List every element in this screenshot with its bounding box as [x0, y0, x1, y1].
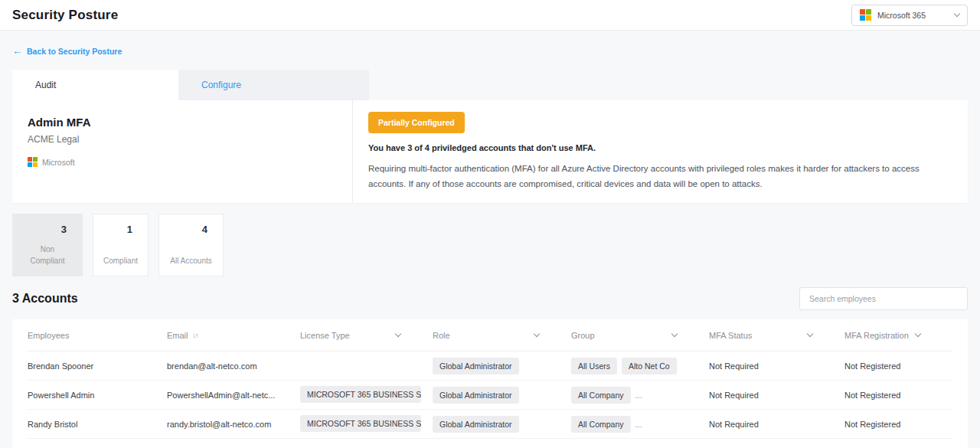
- chevron-down-icon[interactable]: [915, 331, 921, 337]
- mfa-status: Not Required: [709, 420, 844, 429]
- col-label: Email: [167, 331, 188, 340]
- mfa-registration: Not Registered: [844, 361, 952, 371]
- main-content: ← Back to Security Posture Audit Configu…: [0, 31, 980, 448]
- table-header-row: Employees Email ↓↑ License Type Role Gro…: [28, 319, 952, 352]
- stat-value: 3: [13, 224, 82, 235]
- group-pill: All Users: [571, 358, 617, 374]
- employee-name: Randy Bristol: [28, 420, 167, 429]
- role-cell: Global Administrator: [433, 358, 571, 374]
- chevron-down-icon[interactable]: [395, 331, 401, 337]
- search-input[interactable]: [799, 287, 968, 310]
- tab-configure[interactable]: Configure: [178, 70, 369, 100]
- vendor-row: Microsoft: [28, 157, 337, 167]
- stat-value: 4: [159, 224, 223, 235]
- role-cell: Global Administrator: [433, 416, 571, 433]
- chevron-down-icon[interactable]: [671, 331, 678, 337]
- microsoft-logo-icon: [28, 157, 38, 167]
- chevron-down-icon[interactable]: [534, 331, 540, 337]
- stat-card-compliant[interactable]: 1 Compliant: [93, 214, 149, 276]
- audit-description: Requiring multi-factor authentication (M…: [368, 162, 952, 191]
- back-link[interactable]: ← Back to Security Posture: [12, 46, 122, 56]
- mfa-registration: Not Registered: [844, 391, 952, 400]
- accounts-header: 3 Accounts: [12, 287, 968, 310]
- group-cell: All Company ...: [571, 416, 709, 433]
- group-overflow: ...: [635, 420, 642, 429]
- col-mfa-registration: MFA Registration: [844, 331, 952, 340]
- group-pill: Alto Net Co: [622, 358, 677, 374]
- license-pill: MICROSOFT 365 BUSINESS STANDARD: [300, 386, 421, 403]
- table-row[interactable]: Brendan Spooner brendan@alt-netco.com Gl…: [28, 352, 952, 381]
- col-label: License Type: [300, 331, 350, 340]
- stat-cards: 3 Non Compliant 1 Compliant 4 All Accoun…: [12, 214, 968, 276]
- col-employees: Employees: [28, 331, 167, 340]
- employee-email: PowershellAdmin@alt-netc...: [167, 391, 300, 400]
- back-arrow-icon: ←: [12, 46, 22, 56]
- audit-detail-card: Admin MFA ACME Legal Microsoft Partially…: [12, 100, 968, 203]
- role-pill: Global Administrator: [433, 387, 519, 404]
- mfa-status: Not Required: [709, 391, 844, 400]
- license-cell: MICROSOFT 365 BUSINESS STANDARD: [300, 415, 433, 433]
- tab-audit[interactable]: Audit: [12, 70, 178, 100]
- chevron-down-icon[interactable]: [807, 331, 813, 337]
- accounts-title: 3 Accounts: [12, 292, 78, 306]
- page-title: Security Posture: [12, 8, 118, 23]
- table-row[interactable]: Randy Bristol randy.bristol@alt-netco.co…: [28, 410, 952, 439]
- microsoft-logo-icon: [860, 9, 871, 21]
- tenant-selector[interactable]: Microsoft 365: [851, 5, 968, 26]
- audit-summary: You have 3 of 4 priviledged accounts tha…: [368, 143, 952, 152]
- sort-icons[interactable]: ↓↑: [193, 332, 198, 339]
- tab-bar: Audit Configure: [12, 70, 968, 100]
- top-bar: Security Posture Microsoft 365: [0, 0, 980, 31]
- search-box: [799, 287, 968, 310]
- license-pill: MICROSOFT 365 BUSINESS STANDARD: [300, 415, 421, 432]
- col-group: Group: [571, 331, 709, 340]
- audit-title: Admin MFA: [28, 116, 337, 129]
- audit-card-status: Partially Configured You have 3 of 4 pri…: [353, 100, 968, 203]
- mfa-registration: Not Registered: [844, 420, 952, 429]
- employee-email: randy.bristol@alt-netco.com: [167, 420, 300, 429]
- col-label: MFA Status: [709, 331, 752, 340]
- col-license-type: License Type: [300, 331, 433, 340]
- col-mfa-status: MFA Status: [709, 331, 844, 340]
- tenant-label: Microsoft 365: [877, 11, 926, 20]
- col-label: Group: [571, 331, 595, 340]
- stat-card-all-accounts[interactable]: 4 All Accounts: [158, 214, 224, 276]
- col-label: Role: [433, 331, 450, 340]
- chevron-down-icon: [954, 11, 960, 17]
- group-pill: All Company: [571, 416, 631, 433]
- col-email: Email ↓↑: [167, 331, 300, 340]
- group-cell: All Company ...: [571, 387, 709, 404]
- employee-email: brendan@alt-netco.com: [167, 361, 300, 371]
- role-pill: Global Administrator: [433, 358, 519, 374]
- stat-card-non-compliant[interactable]: 3 Non Compliant: [12, 214, 83, 276]
- company-name: ACME Legal: [28, 134, 337, 145]
- vendor-label: Microsoft: [42, 158, 75, 167]
- accounts-table: Employees Email ↓↑ License Type Role Gro…: [12, 319, 968, 448]
- back-link-label: Back to Security Posture: [27, 47, 122, 56]
- col-role: Role: [433, 331, 571, 340]
- group-pill: All Company: [571, 387, 631, 404]
- group-cell: All Users Alto Net Co: [571, 358, 709, 374]
- col-label: Employees: [28, 331, 69, 340]
- audit-card-info: Admin MFA ACME Legal Microsoft: [12, 100, 353, 203]
- table-row[interactable]: Powershell Admin PowershellAdmin@alt-net…: [28, 381, 952, 410]
- group-overflow: ...: [635, 391, 642, 400]
- role-cell: Global Administrator: [433, 387, 571, 404]
- status-badge: Partially Configured: [368, 112, 465, 133]
- stat-label: Compliant: [93, 255, 148, 267]
- mfa-status: Not Required: [709, 361, 844, 371]
- stat-value: 1: [93, 224, 148, 235]
- employee-name: Powershell Admin: [28, 391, 167, 400]
- col-label: MFA Registration: [844, 331, 909, 340]
- employee-name: Brendan Spooner: [28, 361, 167, 371]
- role-pill: Global Administrator: [433, 416, 519, 433]
- stat-label: Non Compliant: [23, 244, 72, 267]
- license-cell: MICROSOFT 365 BUSINESS STANDARD: [300, 386, 433, 404]
- stat-label: All Accounts: [159, 255, 223, 267]
